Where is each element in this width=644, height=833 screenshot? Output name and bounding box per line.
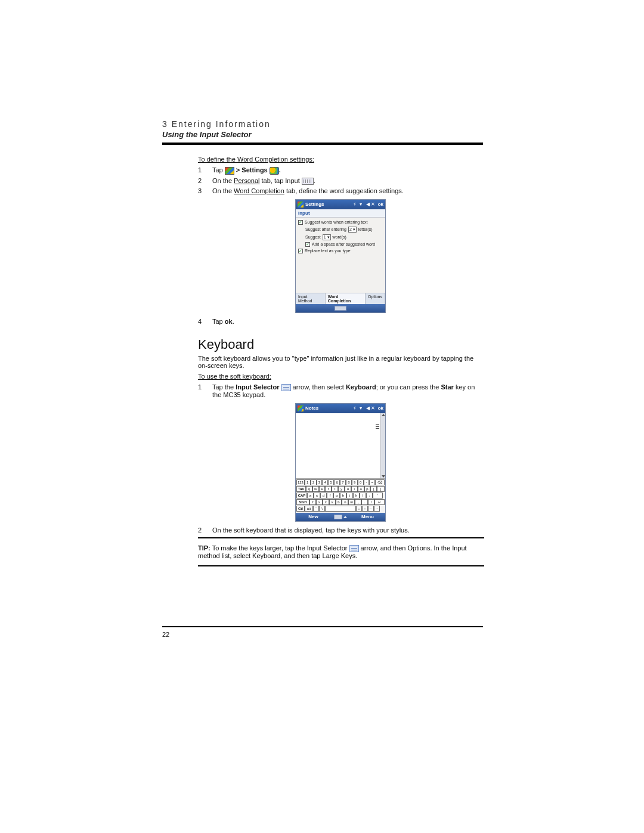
key-↑[interactable]: ↑ <box>362 506 368 512</box>
step-body: Tap > Settings . <box>212 166 483 175</box>
key-.[interactable]: . <box>361 499 368 505</box>
window-title: Notes <box>305 405 352 411</box>
key-7[interactable]: 7 <box>340 479 346 485</box>
page-number: 22 <box>162 631 483 638</box>
ok-button[interactable]: ok <box>378 405 383 411</box>
key-←[interactable]: ← <box>368 506 374 512</box>
key-CAP[interactable]: CAP <box>296 493 307 498</box>
key-s[interactable]: s <box>314 493 320 498</box>
key-↓[interactable]: ↓ <box>356 506 362 512</box>
key-l[interactable]: l <box>360 493 366 498</box>
key-h[interactable]: h <box>340 493 346 498</box>
step-4: 4 Tap ok. <box>198 318 483 325</box>
tip-box: TIP: To make the keys larger, tap the In… <box>198 542 484 562</box>
key-n[interactable]: n <box>342 499 348 505</box>
key-0[interactable]: 0 <box>358 479 364 485</box>
key-\[interactable]: \ <box>319 506 325 512</box>
key-9[interactable]: 9 <box>352 479 358 485</box>
key-áü[interactable]: áü <box>305 506 313 512</box>
key-u[interactable]: u <box>345 486 351 492</box>
key-8[interactable]: 8 <box>346 479 352 485</box>
dropdown[interactable]: 2 ▾ <box>348 227 357 233</box>
key-space[interactable] <box>325 506 356 512</box>
key-;[interactable]: ; <box>366 493 373 498</box>
key-z[interactable]: z <box>309 499 316 505</box>
key-p[interactable]: p <box>364 486 371 492</box>
key-i[interactable]: i <box>351 486 358 492</box>
key-g[interactable]: g <box>333 493 340 498</box>
menu-button[interactable]: Menu <box>350 514 385 519</box>
key--[interactable]: - <box>364 479 370 485</box>
key-123[interactable]: 123 <box>296 479 305 485</box>
scrollbar[interactable] <box>380 413 385 478</box>
input-selector-icon <box>281 384 291 391</box>
key-m[interactable]: m <box>348 499 355 505</box>
text-underline: Personal <box>234 177 259 184</box>
lines-icon <box>376 424 379 429</box>
key-'[interactable]: ' <box>373 493 383 498</box>
checkbox[interactable]: ✓ <box>298 249 303 253</box>
text: arrow, and then <box>359 544 408 552</box>
key-Ctl[interactable]: Ctl <box>296 506 305 512</box>
key-v[interactable]: v <box>329 499 336 505</box>
key-`[interactable]: ` <box>313 506 319 512</box>
text-bold: Large Keys <box>323 552 356 559</box>
key-⌫[interactable]: ⌫ <box>375 479 385 485</box>
checkbox[interactable]: ✓ <box>298 220 303 225</box>
key-f[interactable]: f <box>327 493 333 498</box>
key-a[interactable]: a <box>307 493 314 498</box>
bottom-bar <box>296 304 385 312</box>
key-/[interactable]: / <box>368 499 374 505</box>
key-2[interactable]: 2 <box>311 479 317 485</box>
key-↵[interactable]: ↵ <box>374 499 385 505</box>
key-o[interactable]: o <box>358 486 364 492</box>
step-1: 1 Tap > Settings . <box>198 166 483 175</box>
text: , and then tap <box>280 552 322 559</box>
key-d[interactable]: d <box>320 493 327 498</box>
key-6[interactable]: 6 <box>334 479 340 485</box>
key-[[interactable]: [ <box>370 486 377 492</box>
key-y[interactable]: y <box>338 486 345 492</box>
label: Suggest after entering <box>305 227 346 231</box>
value: 1 <box>324 235 326 239</box>
ok-button[interactable]: ok <box>378 202 383 207</box>
key-][interactable]: ] <box>377 486 385 492</box>
tab-input-method[interactable]: Input Method <box>296 293 326 304</box>
key-j[interactable]: j <box>346 493 353 498</box>
key-r[interactable]: r <box>325 486 332 492</box>
tab-options[interactable]: Options <box>366 293 385 304</box>
key-3[interactable]: 3 <box>317 479 323 485</box>
screenshot-settings: Settings ♯ ▾ ◀✕ ok Input ✓Suggest words … <box>295 199 386 313</box>
text: . <box>314 177 315 184</box>
tab-word-completion[interactable]: Word Completion <box>326 293 366 304</box>
key-k[interactable]: k <box>353 493 360 498</box>
text: Tap <box>212 318 225 325</box>
dropdown[interactable]: 1 ▾ <box>323 234 331 240</box>
new-button[interactable]: New <box>296 514 331 519</box>
key-c[interactable]: c <box>323 499 329 505</box>
key-4[interactable]: 4 <box>322 479 328 485</box>
key-1[interactable]: 1 <box>305 479 311 485</box>
panel-body: ✓Suggest words when entering text Sugges… <box>296 218 385 293</box>
key-=[interactable]: = <box>369 479 375 485</box>
key-b[interactable]: b <box>336 499 342 505</box>
key-e[interactable]: e <box>319 486 326 492</box>
step-body: Tap the Input Selector arrow, then selec… <box>212 383 483 398</box>
input-selector[interactable] <box>331 515 350 519</box>
keyboard-intro: The soft keyboard allows you to "type" i… <box>198 355 483 369</box>
key-Shift[interactable]: Shift <box>296 499 309 505</box>
key-q[interactable]: q <box>306 486 312 492</box>
key-t[interactable]: t <box>332 486 338 492</box>
checkbox[interactable]: ✓ <box>305 242 310 247</box>
footer-rule <box>162 626 483 627</box>
key-5[interactable]: 5 <box>328 479 334 485</box>
key-→[interactable]: → <box>374 506 380 512</box>
text: Tap <box>212 166 225 174</box>
keyboard-toggle-icon[interactable] <box>335 306 346 311</box>
key-w[interactable]: w <box>312 486 319 492</box>
text-underline: Word Completion <box>234 187 284 194</box>
key-,[interactable]: , <box>355 499 361 505</box>
key-Tab[interactable]: Tab <box>296 486 306 492</box>
note-area[interactable] <box>296 413 385 479</box>
key-x[interactable]: x <box>316 499 323 505</box>
